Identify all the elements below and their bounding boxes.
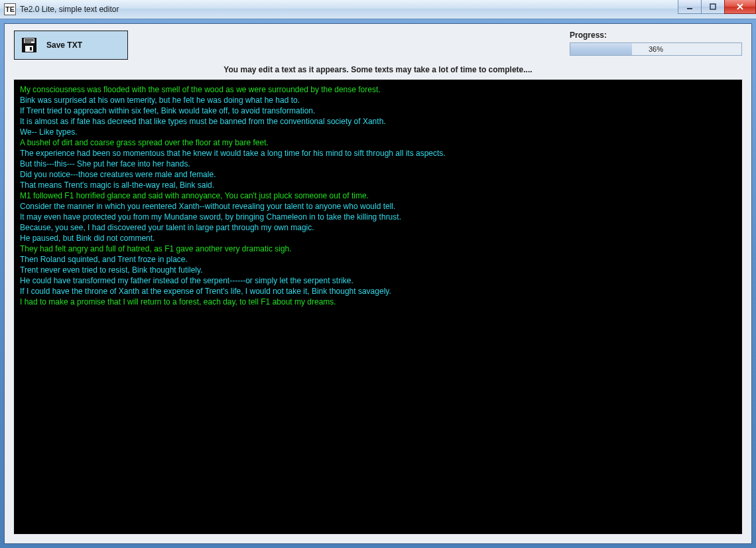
svg-rect-8 xyxy=(30,47,32,50)
editor-line[interactable]: But this---this--- She put her face into… xyxy=(20,159,736,169)
svg-rect-5 xyxy=(25,40,34,41)
editor-line[interactable]: We-- Like types. xyxy=(20,127,736,137)
close-button[interactable] xyxy=(724,0,756,14)
instruction-text: You may edit a text as it appears. Some … xyxy=(5,65,751,74)
save-txt-button[interactable]: Save TXT xyxy=(14,31,128,60)
svg-rect-1 xyxy=(710,4,716,9)
progress-fill xyxy=(570,43,632,55)
progress-bar: 36% xyxy=(570,42,742,56)
svg-rect-4 xyxy=(25,39,34,40)
editor-line[interactable]: I had to make a promise that I will retu… xyxy=(20,297,736,307)
editor-line[interactable]: Bink was surprised at his own temerity, … xyxy=(20,95,736,105)
svg-rect-7 xyxy=(25,46,33,52)
window-controls xyxy=(678,0,756,13)
titlebar: TE Te2.0 Lite, simple text editor xyxy=(0,0,756,19)
app-icon: TE xyxy=(4,3,16,15)
client-area: Save TXT Progress: 36% You may edit a te… xyxy=(4,23,752,544)
editor-line[interactable]: Did you notice---those creatures were ma… xyxy=(20,169,736,180)
progress-section: Progress: 36% xyxy=(570,31,742,56)
editor-line[interactable]: It is almost as if fate has decreed that… xyxy=(20,116,736,127)
svg-rect-6 xyxy=(25,42,31,42)
editor-line[interactable]: The experience had been so momentous tha… xyxy=(20,148,736,159)
editor-line[interactable]: It may even have protected you from my M… xyxy=(20,212,736,222)
editor-line[interactable]: They had felt angry and full of hatred, … xyxy=(20,243,736,254)
progress-label: Progress: xyxy=(570,31,742,40)
save-button-label: Save TXT xyxy=(46,40,82,50)
floppy-icon xyxy=(21,37,37,53)
window-title: Te2.0 Lite, simple text editor xyxy=(20,5,119,14)
editor-line[interactable]: That means Trent's magic is all-the-way … xyxy=(20,180,736,190)
svg-rect-0 xyxy=(687,8,692,9)
editor-line[interactable]: If Trent tried to approach within six fe… xyxy=(20,105,736,116)
editor-line[interactable]: Trent never even tried to resist, Bink t… xyxy=(20,265,736,275)
editor-line[interactable]: A bushel of dirt and coarse grass spread… xyxy=(20,137,736,148)
editor-line[interactable]: Consider the manner in which you reenter… xyxy=(20,201,736,212)
editor-line[interactable]: M1 followed F1 horrified glance and said… xyxy=(20,190,736,201)
text-editor[interactable]: My consciousness was flooded with the sm… xyxy=(14,80,742,534)
editor-line[interactable]: He could have transformed my father inst… xyxy=(20,275,736,286)
editor-line[interactable]: Then Roland squinted, and Trent froze in… xyxy=(20,254,736,265)
maximize-button[interactable] xyxy=(701,0,725,14)
top-row: Save TXT Progress: 36% xyxy=(5,24,751,60)
editor-line[interactable]: If I could have the throne of Xanth at t… xyxy=(20,286,736,297)
progress-percent: 36% xyxy=(649,45,663,53)
editor-line[interactable]: Because, you see, I had discovered your … xyxy=(20,222,736,233)
minimize-button[interactable] xyxy=(678,0,702,14)
editor-line[interactable]: My consciousness was flooded with the sm… xyxy=(20,84,736,95)
editor-line[interactable]: He paused, but Bink did not comment. xyxy=(20,233,736,243)
